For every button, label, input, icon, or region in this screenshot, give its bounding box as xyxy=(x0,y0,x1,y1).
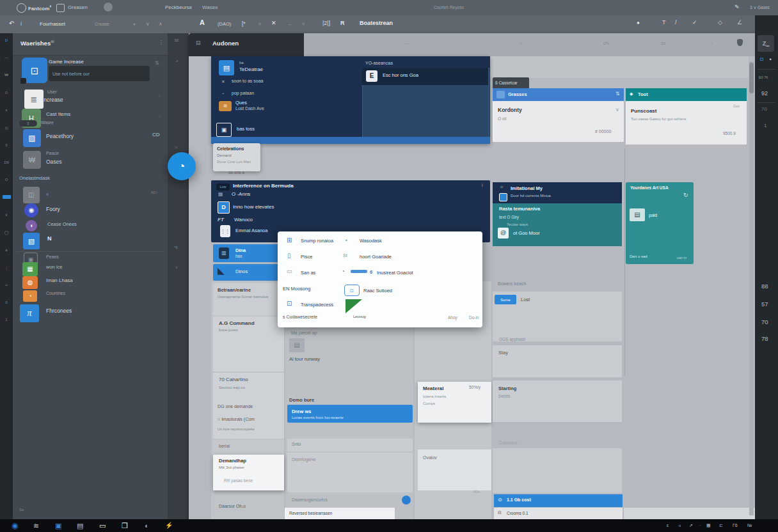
toolbar-faint-label[interactable]: Crease xyxy=(95,22,109,26)
dropdown-row[interactable]: bas toss xyxy=(237,126,255,132)
taskbar-run-icon[interactable]: ⚡ xyxy=(165,522,173,529)
rail-glyph[interactable]: D xyxy=(5,38,8,42)
popup-item[interactable]: Raac Sutioed xyxy=(363,288,392,293)
popup-item[interactable]: Leovog xyxy=(353,315,366,318)
dropdown-row[interactable]: soon to as soaa xyxy=(232,79,263,83)
font-a-button[interactable]: A xyxy=(200,19,205,26)
rail-glyph[interactable]: ₩ xyxy=(4,73,8,77)
teal-card-footer[interactable]: Dart o sad xyxy=(630,254,647,258)
thumbnail-icon[interactable]: ▤ xyxy=(289,338,305,352)
chevron-right-icon[interactable]: › xyxy=(159,93,161,99)
toolbar-mark-1[interactable]: ⁎ xyxy=(133,21,136,27)
taskbar-folder-blue-icon[interactable]: ▣ xyxy=(55,522,61,530)
tool-dot-icon[interactable]: ● xyxy=(637,20,640,26)
tool-text-icon[interactable]: T xyxy=(662,19,666,26)
toolbar-name-label[interactable]: Fourhasset xyxy=(40,21,65,27)
menu-box-icon[interactable] xyxy=(56,4,65,12)
popup-item[interactable]: Snump ronaioa xyxy=(301,238,333,244)
pin-icon[interactable]: i xyxy=(20,20,22,27)
toolbar-b3[interactable]: ✕ xyxy=(271,20,276,26)
popup-item[interactable]: hoort Goariade xyxy=(360,254,392,260)
app-logo-icon[interactable] xyxy=(17,3,26,13)
rail-glyph[interactable]: 0 xyxy=(5,301,7,304)
tool-eraser-icon[interactable]: ∠ xyxy=(737,19,742,26)
panel-dot-blue-icon[interactable]: ◘ xyxy=(760,56,763,62)
dropdown-row[interactable]: pop pataan xyxy=(232,91,254,95)
toggle-dot[interactable] xyxy=(402,496,411,505)
refresh-icon[interactable]: ↻ xyxy=(683,192,688,198)
info-footer-label[interactable]: ot Goo Moor xyxy=(513,230,540,236)
menubar-right-label[interactable]: 3 ∨ Gases xyxy=(750,5,770,10)
sort-icon[interactable]: ⇅ xyxy=(615,91,620,97)
popup-item[interactable]: Pisce xyxy=(301,254,312,260)
rail-glyph[interactable]: a xyxy=(5,248,7,252)
rail-glyph[interactable]: ≡ xyxy=(5,143,8,147)
list-row[interactable]: Inno how elevates xyxy=(233,204,274,210)
popup-item[interactable]: EN Moosong xyxy=(283,286,310,292)
chevron-down-icon[interactable]: ∨ xyxy=(615,107,619,113)
rail-glyph[interactable]: ≈ xyxy=(5,283,7,287)
window-scrollbar-track[interactable] xyxy=(749,61,754,515)
taskbar-folder-white-icon[interactable]: ▭ xyxy=(99,522,106,530)
tray-glyph[interactable]: ↗ xyxy=(689,523,693,528)
center-row[interactable] xyxy=(287,439,413,451)
tray-glyph[interactable]: · xyxy=(699,523,701,528)
popup-slider[interactable] xyxy=(351,270,367,273)
popup-item[interactable]: Inusireat Goaciot xyxy=(377,270,413,276)
app-name[interactable]: Fantcom4 xyxy=(28,4,51,12)
empty-card[interactable] xyxy=(493,448,622,493)
toolbar-b2[interactable]: ≈ xyxy=(258,21,261,27)
tray-glyph[interactable]: ε xyxy=(667,523,669,528)
tool-shape-icon[interactable]: ◇ xyxy=(718,19,722,26)
sidebar-search-input[interactable] xyxy=(49,66,150,81)
popup-item[interactable]: San as xyxy=(301,270,315,276)
list-row[interactable]: Emmal Asanoa xyxy=(235,228,267,233)
fab-clock-button[interactable]: ◔ xyxy=(168,152,196,180)
tool-pen-icon[interactable]: / xyxy=(675,19,677,26)
stay-card[interactable] xyxy=(493,345,622,377)
rail-glyph[interactable]: ⊙ xyxy=(4,90,8,95)
sidebar-more-icon[interactable]: ⋮ xyxy=(159,40,164,45)
taskbar-disc-icon[interactable]: ◖ xyxy=(144,522,148,529)
tray-glyph[interactable]: ▦ xyxy=(706,523,711,528)
toolbar-mark-3[interactable]: ∧ xyxy=(159,21,163,27)
dropdown-row[interactable]: Lost Dash Ave xyxy=(235,106,264,111)
popup-item[interactable]: Transpadecess xyxy=(301,302,333,308)
rail-glyph[interactable]: ◯ xyxy=(4,230,9,235)
toolbar-mark-2[interactable]: ∨ xyxy=(146,21,150,27)
tray-glyph[interactable]: ◃ xyxy=(678,523,681,528)
popup-apply-link[interactable]: Ahoy xyxy=(448,315,457,320)
rail-glyph[interactable]: D6 xyxy=(4,160,9,164)
sort-icon[interactable]: ⇅ xyxy=(155,60,159,66)
subpanel-active-row[interactable] xyxy=(362,68,488,85)
taskbar-window-icon[interactable]: ❒ xyxy=(122,522,128,530)
tool-check-icon[interactable]: ✓ xyxy=(692,19,697,26)
menu-item-wasee[interactable]: Wasee xyxy=(202,4,218,10)
menu-item-greasen[interactable]: Greasen xyxy=(68,4,88,10)
rail-active-marker[interactable] xyxy=(3,195,11,199)
pen-icon[interactable]: ✎ xyxy=(734,4,740,10)
toolbar-group[interactable]: |2|] xyxy=(322,20,330,26)
popup-item[interactable]: Wasodask xyxy=(360,238,382,244)
toolbar-b4[interactable]: → xyxy=(287,21,292,27)
list-panel-corner[interactable]: i xyxy=(482,183,483,187)
undo-icon[interactable]: ↶ xyxy=(9,20,14,27)
panel-z-box[interactable]: Z‗ xyxy=(758,35,774,52)
rail-glyph[interactable]: ◎ xyxy=(4,125,8,130)
rail-glyph[interactable]: 1 xyxy=(5,318,7,322)
card-line[interactable]: Us Inne reposrsnspleke xyxy=(218,427,255,431)
dropdown-row[interactable]: TeDeatrae xyxy=(239,66,263,72)
list-row[interactable]: O -Anns xyxy=(232,191,250,197)
subpanel-row-label[interactable]: Esc hor ons Goa xyxy=(383,72,418,78)
rail-glyph[interactable]: ⋮ xyxy=(4,265,8,270)
tray-glyph[interactable]: ⊏ xyxy=(719,523,723,528)
toolbar-b1[interactable]: [* xyxy=(242,20,246,27)
taskbar-settings-icon[interactable]: ≋ xyxy=(33,522,39,530)
tray-glyph[interactable]: № xyxy=(747,523,752,528)
rail-glyph[interactable]: O xyxy=(5,178,8,182)
toolbar-r[interactable]: R xyxy=(340,20,345,26)
font-name-label[interactable]: (DAO) xyxy=(218,21,231,27)
rail-glyph[interactable]: — xyxy=(4,56,8,59)
green-flag-icon[interactable] xyxy=(345,299,362,313)
taskbar-layers-icon[interactable]: ▤ xyxy=(77,522,83,530)
